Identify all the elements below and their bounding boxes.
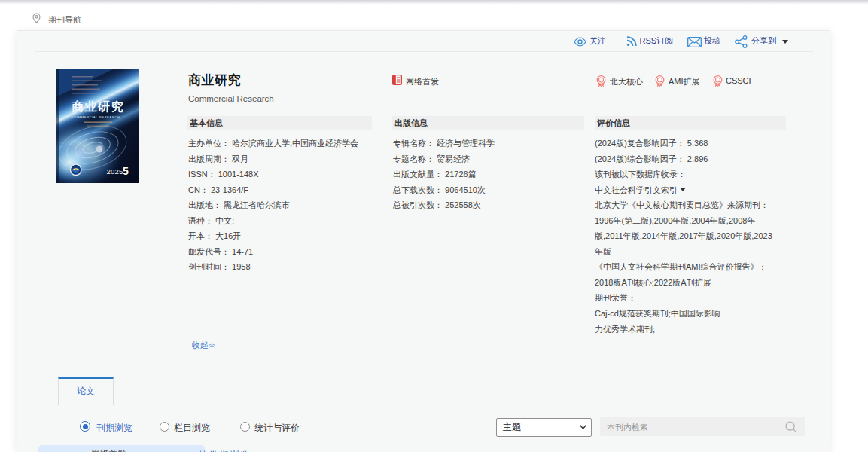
svg-text:COMMERCIAL RESEARCH: COMMERCIAL RESEARCH <box>72 115 120 119</box>
svg-text:2025: 2025 <box>107 167 123 176</box>
svg-text:商业研究: 商业研究 <box>72 99 124 113</box>
svg-text:5: 5 <box>123 165 129 177</box>
